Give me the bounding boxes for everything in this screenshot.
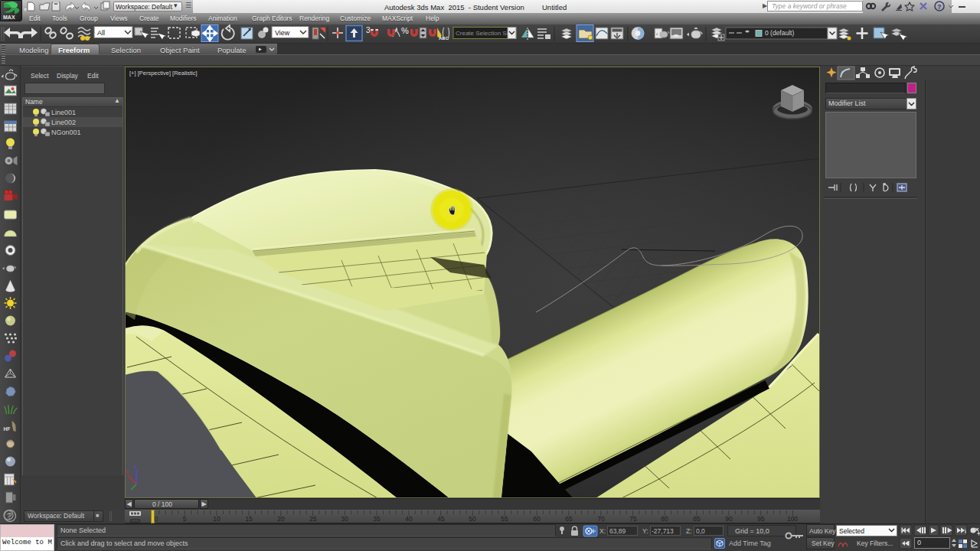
svg-text:40: 40 [405, 515, 413, 523]
svg-text:25: 25 [309, 515, 317, 523]
svg-text:100: 100 [787, 515, 798, 523]
svg-text:MAX: MAX [3, 15, 15, 20]
svg-text:20: 20 [277, 515, 285, 523]
svg-text:60: 60 [533, 515, 541, 523]
svg-text:x: x [126, 469, 129, 474]
svg-text:?: ? [7, 512, 11, 520]
svg-text:95: 95 [757, 515, 765, 523]
svg-text:65: 65 [565, 515, 573, 523]
svg-text:15: 15 [245, 515, 253, 523]
svg-text:Create Selection Se: Create Selection Se [456, 30, 511, 37]
svg-text:HF: HF [4, 426, 11, 432]
svg-text:50: 50 [469, 515, 476, 523]
svg-text:z: z [134, 464, 137, 469]
svg-text:%: % [401, 26, 409, 35]
svg-text:85: 85 [693, 515, 701, 523]
svg-text:0 (default): 0 (default) [765, 29, 794, 37]
svg-text:35: 35 [373, 515, 381, 523]
svg-text:80: 80 [661, 515, 668, 523]
svg-text:[+] [Perspective] [Realistic]: [+] [Perspective] [Realistic] [129, 70, 198, 77]
svg-text:0: 0 [155, 515, 158, 523]
svg-text:55: 55 [501, 515, 508, 523]
svg-text:90: 90 [725, 515, 733, 523]
svg-text:?: ? [937, 3, 942, 11]
svg-text:3: 3 [366, 26, 371, 34]
svg-text:70: 70 [597, 515, 605, 523]
svg-text:75: 75 [629, 515, 637, 523]
svg-text:5: 5 [183, 515, 187, 523]
svg-text:View: View [275, 29, 290, 37]
svg-text:30: 30 [341, 515, 348, 523]
svg-text:All: All [97, 29, 105, 37]
svg-text:10: 10 [213, 515, 220, 523]
svg-text:45: 45 [437, 515, 445, 523]
